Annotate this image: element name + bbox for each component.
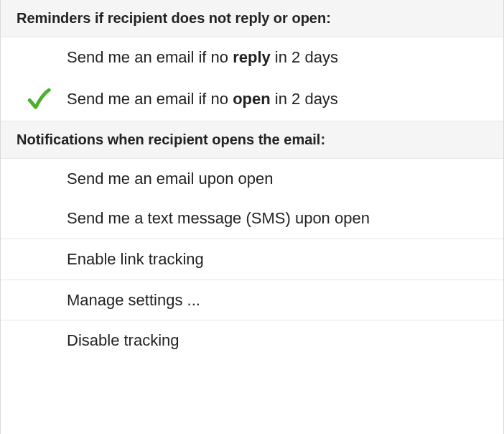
menu-item-disable-tracking[interactable]: Disable tracking (1, 320, 503, 361)
label-prefix: Send me an email if no (67, 90, 233, 108)
menu-item-manage-settings[interactable]: Manage settings ... (1, 280, 503, 320)
menu-item-label: Send me an email upon open (67, 168, 493, 190)
menu-item-label: Send me an email if no reply in 2 days (67, 47, 493, 68)
tracking-options-menu: Reminders if recipient does not reply or… (0, 0, 504, 434)
menu-item-label: Send me an email if no open in 2 days (67, 88, 493, 110)
menu-item-remind-no-reply[interactable]: Send me an email if no reply in 2 days (1, 37, 503, 78)
menu-item-sms-on-open[interactable]: Send me a text message (SMS) upon open (1, 198, 503, 239)
section-header-notifications-label: Notifications when recipient opens the e… (17, 131, 325, 147)
check-slot (11, 87, 67, 111)
menu-item-label: Enable link tracking (67, 249, 493, 270)
label-bold: open (233, 90, 271, 108)
menu-item-enable-link-tracking[interactable]: Enable link tracking (1, 239, 503, 280)
label-suffix: in 2 days (271, 90, 338, 108)
label-prefix: Send me an email if no (67, 48, 233, 66)
menu-item-label: Send me a text message (SMS) upon open (67, 208, 493, 229)
menu-item-label: Disable tracking (67, 330, 493, 351)
section-header-reminders: Reminders if recipient does not reply or… (1, 0, 503, 37)
section-header-reminders-label: Reminders if recipient does not reply or… (17, 10, 331, 26)
menu-item-remind-no-open[interactable]: Send me an email if no open in 2 days (1, 78, 503, 121)
checkmark-icon (27, 87, 51, 111)
label-suffix: in 2 days (271, 48, 338, 66)
label-bold: reply (233, 48, 271, 66)
menu-item-email-on-open[interactable]: Send me an email upon open (1, 159, 503, 199)
section-header-notifications: Notifications when recipient opens the e… (1, 121, 503, 159)
menu-item-label: Manage settings ... (67, 290, 493, 311)
